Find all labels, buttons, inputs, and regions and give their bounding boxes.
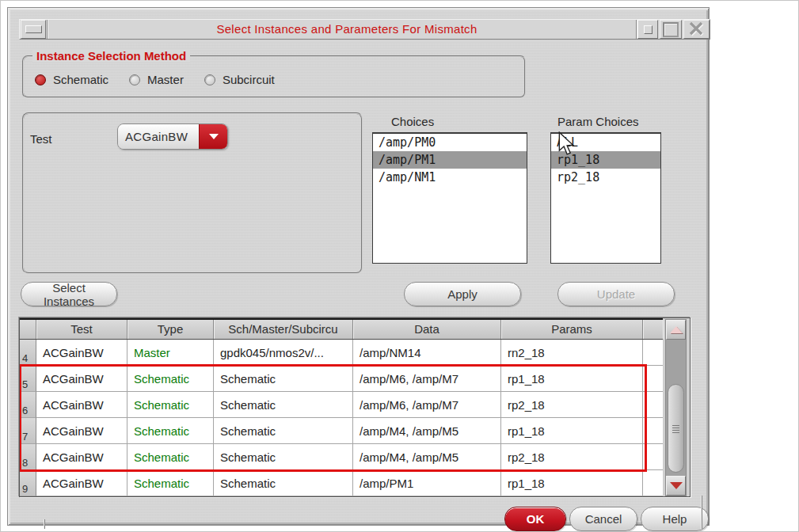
choices-list-item[interactable]: /amp/NM1: [373, 169, 527, 186]
cell-data: /amp/M6, /amp/M7: [353, 392, 501, 418]
titlebar-divider: [47, 20, 48, 39]
scroll-up-button[interactable]: [666, 320, 686, 340]
column-header-filler: [643, 320, 663, 339]
radio-group: SchematicMasterSubcircuit: [35, 73, 275, 86]
resize-corner-joint[interactable]: [702, 496, 702, 529]
cell-test: ACGainBW: [36, 392, 127, 418]
row-number: 5: [20, 366, 36, 392]
test-dropdown[interactable]: ACGainBW: [117, 124, 228, 150]
radio-option-label: Master: [147, 73, 184, 86]
cell-test: ACGainBW: [36, 470, 127, 496]
table-row-6[interactable]: 6ACGainBWSchematicSchematic/amp/M6, /amp…: [20, 392, 663, 418]
minimize-icon: [644, 25, 653, 34]
screenshot-canvas: Select Instances and Parameters For Mism…: [0, 0, 799, 532]
scroll-down-button[interactable]: [666, 476, 686, 496]
cell-data: /amp/NM14: [353, 340, 501, 366]
cell-test: ACGainBW: [36, 340, 127, 366]
cell-sch-master-subcircuit: Schematic: [214, 418, 353, 444]
minimize-button[interactable]: [637, 20, 658, 39]
radio-option-master[interactable]: Master: [129, 73, 184, 86]
cell-filler: [643, 444, 663, 470]
choices-label: Choices: [391, 115, 434, 128]
window-menu-dash-icon: [25, 25, 42, 33]
cell-filler: [643, 392, 663, 418]
radio-button-icon[interactable]: [204, 74, 215, 86]
cell-sch-master-subcircuit: gpdk045/nmos2v/...: [214, 340, 353, 366]
column-header-gutter: [20, 320, 36, 339]
instance-selection-legend: Instance Selection Method: [32, 49, 190, 63]
close-button[interactable]: [683, 20, 710, 39]
cell-filler: [643, 340, 663, 366]
row-number: 6: [20, 392, 36, 418]
choices-list[interactable]: /amp/PM0/amp/PM1/amp/NM1: [372, 132, 527, 264]
cell-data: /amp/PM1: [353, 470, 501, 496]
select-instances-button[interactable]: Select Instances: [21, 282, 117, 306]
column-header-type[interactable]: Type: [127, 320, 214, 339]
cell-test: ACGainBW: [36, 444, 127, 470]
param-choices-label: Param Choices: [557, 115, 639, 128]
mouse-cursor-icon: [557, 131, 575, 155]
window-title: Select Instances and Parameters For Mism…: [58, 20, 636, 39]
radio-button-icon[interactable]: [129, 74, 140, 86]
mismatch-table: TestTypeSch/Master/SubcircuDataParams 4A…: [19, 317, 691, 497]
radio-option-label: Schematic: [53, 73, 108, 86]
apply-button[interactable]: Apply: [404, 282, 521, 306]
table-rows: 4ACGainBWMastergpdk045/nmos2v/.../amp/NM…: [20, 340, 663, 496]
cell-data: /amp/M4, /amp/M5: [353, 444, 501, 470]
scrollbar-thumb[interactable]: [668, 384, 684, 473]
cell-test: ACGainBW: [36, 418, 127, 444]
scroll-up-icon: [670, 326, 683, 333]
ok-button[interactable]: OK: [504, 507, 566, 531]
window-menu-button[interactable]: [21, 20, 46, 39]
table-scrollbar[interactable]: [665, 319, 687, 496]
column-header-test[interactable]: Test: [36, 320, 127, 339]
table-row-4[interactable]: 4ACGainBWMastergpdk045/nmos2v/.../amp/NM…: [20, 340, 663, 366]
table-row-9[interactable]: 9ACGainBWSchematicSchematic/amp/PM1rp1_1…: [20, 470, 663, 496]
cell-type: Schematic: [127, 366, 214, 392]
test-dropdown-value[interactable]: ACGainBW: [118, 124, 199, 149]
cell-sch-master-subcircuit: Schematic: [214, 366, 353, 392]
close-icon: [689, 22, 705, 36]
table-header: TestTypeSch/Master/SubcircuDataParams: [20, 318, 663, 340]
cell-filler: [643, 366, 663, 392]
dialog-window: Select Instances and Parameters For Mism…: [7, 7, 710, 526]
radio-option-subcircuit[interactable]: Subcircuit: [204, 73, 275, 86]
cell-data: /amp/M4, /amp/M5: [353, 418, 501, 444]
column-header-params[interactable]: Params: [501, 320, 643, 339]
title-bar[interactable]: Select Instances and Parameters For Mism…: [19, 19, 710, 40]
help-button[interactable]: Help: [641, 507, 709, 531]
cell-type: Master: [127, 340, 214, 366]
cell-test: ACGainBW: [36, 366, 127, 392]
titlebar-divider: [636, 20, 637, 39]
row-number: 8: [20, 444, 36, 470]
chevron-down-icon: [209, 134, 219, 139]
test-label: Test: [30, 132, 52, 146]
param-choices-list-item[interactable]: rp2_18: [551, 169, 660, 186]
choices-list-item[interactable]: /amp/PM0: [373, 134, 527, 151]
dropdown-arrow-button[interactable]: [199, 124, 227, 149]
cell-type: Schematic: [127, 418, 214, 444]
instance-selection-groupbox: Instance Selection Method SchematicMaste…: [22, 55, 526, 98]
table-row-8[interactable]: 8ACGainBWSchematicSchematic/amp/M4, /amp…: [20, 444, 663, 470]
cell-params: rp1_18: [501, 470, 643, 496]
resize-corner-joint[interactable]: [44, 519, 45, 529]
cancel-button[interactable]: Cancel: [569, 507, 637, 531]
cell-filler: [643, 418, 663, 444]
cell-params: rp1_18: [501, 418, 643, 444]
radio-option-schematic[interactable]: Schematic: [35, 73, 108, 86]
column-header-data[interactable]: Data: [353, 320, 501, 339]
maximize-button[interactable]: [660, 20, 682, 39]
scroll-down-icon: [670, 482, 683, 489]
cell-sch-master-subcircuit: Schematic: [214, 470, 353, 496]
table-row-7[interactable]: 7ACGainBWSchematicSchematic/amp/M4, /amp…: [20, 418, 663, 444]
cell-data: /amp/M6, /amp/M7: [353, 366, 501, 392]
cell-sch-master-subcircuit: Schematic: [214, 444, 353, 470]
cell-type: Schematic: [127, 470, 214, 496]
choices-list-item[interactable]: /amp/PM1: [373, 151, 527, 169]
radio-option-label: Subcircuit: [223, 73, 275, 86]
update-button[interactable]: Update: [557, 282, 675, 306]
radio-button-icon[interactable]: [35, 74, 46, 86]
column-header-sch-master-subcircu[interactable]: Sch/Master/Subcircu: [214, 320, 353, 339]
table-row-5[interactable]: 5ACGainBWSchematicSchematic/amp/M6, /amp…: [20, 366, 663, 392]
cell-params: rp2_18: [501, 444, 643, 470]
